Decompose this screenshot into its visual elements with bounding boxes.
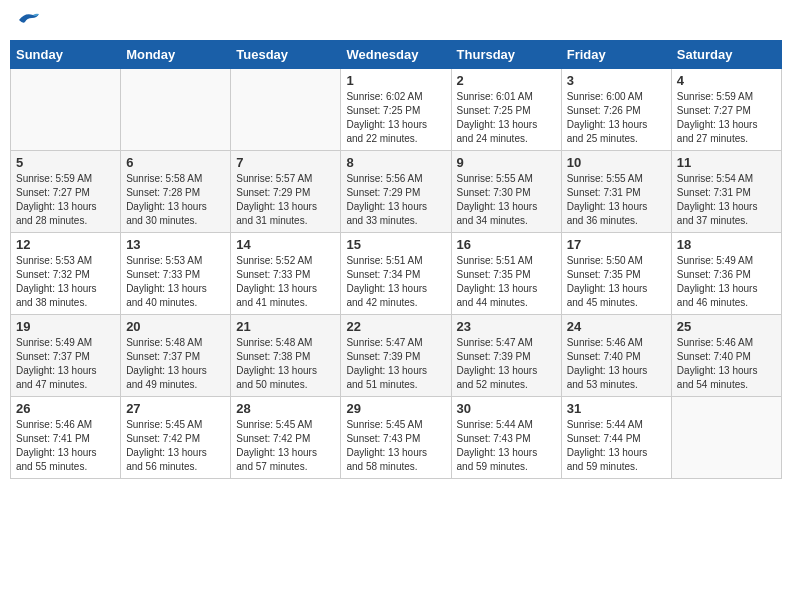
day-number: 18 [677,237,776,252]
calendar-cell: 7Sunrise: 5:57 AM Sunset: 7:29 PM Daylig… [231,151,341,233]
day-number: 16 [457,237,556,252]
day-info: Sunrise: 5:45 AM Sunset: 7:42 PM Dayligh… [236,418,335,474]
day-number: 9 [457,155,556,170]
weekday-header-monday: Monday [121,41,231,69]
day-number: 28 [236,401,335,416]
calendar-cell: 17Sunrise: 5:50 AM Sunset: 7:35 PM Dayli… [561,233,671,315]
calendar-cell: 23Sunrise: 5:47 AM Sunset: 7:39 PM Dayli… [451,315,561,397]
day-number: 2 [457,73,556,88]
day-number: 31 [567,401,666,416]
day-number: 1 [346,73,445,88]
day-info: Sunrise: 5:52 AM Sunset: 7:33 PM Dayligh… [236,254,335,310]
day-number: 3 [567,73,666,88]
calendar-table: SundayMondayTuesdayWednesdayThursdayFrid… [10,40,782,479]
day-info: Sunrise: 5:45 AM Sunset: 7:42 PM Dayligh… [126,418,225,474]
day-info: Sunrise: 5:49 AM Sunset: 7:36 PM Dayligh… [677,254,776,310]
calendar-cell: 24Sunrise: 5:46 AM Sunset: 7:40 PM Dayli… [561,315,671,397]
week-row-5: 26Sunrise: 5:46 AM Sunset: 7:41 PM Dayli… [11,397,782,479]
day-number: 24 [567,319,666,334]
day-info: Sunrise: 5:49 AM Sunset: 7:37 PM Dayligh… [16,336,115,392]
day-info: Sunrise: 5:51 AM Sunset: 7:34 PM Dayligh… [346,254,445,310]
calendar-cell: 2Sunrise: 6:01 AM Sunset: 7:25 PM Daylig… [451,69,561,151]
calendar-cell: 9Sunrise: 5:55 AM Sunset: 7:30 PM Daylig… [451,151,561,233]
logo [15,10,41,30]
calendar-cell: 5Sunrise: 5:59 AM Sunset: 7:27 PM Daylig… [11,151,121,233]
day-info: Sunrise: 5:47 AM Sunset: 7:39 PM Dayligh… [346,336,445,392]
day-number: 25 [677,319,776,334]
day-number: 19 [16,319,115,334]
day-info: Sunrise: 5:53 AM Sunset: 7:33 PM Dayligh… [126,254,225,310]
week-row-1: 1Sunrise: 6:02 AM Sunset: 7:25 PM Daylig… [11,69,782,151]
day-number: 7 [236,155,335,170]
day-number: 26 [16,401,115,416]
calendar-cell: 4Sunrise: 5:59 AM Sunset: 7:27 PM Daylig… [671,69,781,151]
day-number: 21 [236,319,335,334]
calendar-cell: 6Sunrise: 5:58 AM Sunset: 7:28 PM Daylig… [121,151,231,233]
day-number: 22 [346,319,445,334]
day-info: Sunrise: 5:57 AM Sunset: 7:29 PM Dayligh… [236,172,335,228]
day-number: 30 [457,401,556,416]
day-info: Sunrise: 5:54 AM Sunset: 7:31 PM Dayligh… [677,172,776,228]
calendar-cell: 3Sunrise: 6:00 AM Sunset: 7:26 PM Daylig… [561,69,671,151]
day-info: Sunrise: 5:51 AM Sunset: 7:35 PM Dayligh… [457,254,556,310]
day-number: 5 [16,155,115,170]
calendar-cell: 20Sunrise: 5:48 AM Sunset: 7:37 PM Dayli… [121,315,231,397]
day-number: 23 [457,319,556,334]
day-number: 11 [677,155,776,170]
calendar-cell: 16Sunrise: 5:51 AM Sunset: 7:35 PM Dayli… [451,233,561,315]
day-number: 27 [126,401,225,416]
day-info: Sunrise: 6:02 AM Sunset: 7:25 PM Dayligh… [346,90,445,146]
weekday-header-saturday: Saturday [671,41,781,69]
weekday-header-row: SundayMondayTuesdayWednesdayThursdayFrid… [11,41,782,69]
day-info: Sunrise: 5:59 AM Sunset: 7:27 PM Dayligh… [677,90,776,146]
logo-bird-icon [17,10,41,30]
week-row-4: 19Sunrise: 5:49 AM Sunset: 7:37 PM Dayli… [11,315,782,397]
week-row-3: 12Sunrise: 5:53 AM Sunset: 7:32 PM Dayli… [11,233,782,315]
day-info: Sunrise: 5:48 AM Sunset: 7:37 PM Dayligh… [126,336,225,392]
day-info: Sunrise: 5:46 AM Sunset: 7:41 PM Dayligh… [16,418,115,474]
calendar-cell: 14Sunrise: 5:52 AM Sunset: 7:33 PM Dayli… [231,233,341,315]
calendar-cell: 27Sunrise: 5:45 AM Sunset: 7:42 PM Dayli… [121,397,231,479]
calendar-cell: 10Sunrise: 5:55 AM Sunset: 7:31 PM Dayli… [561,151,671,233]
day-info: Sunrise: 5:55 AM Sunset: 7:30 PM Dayligh… [457,172,556,228]
calendar-cell: 28Sunrise: 5:45 AM Sunset: 7:42 PM Dayli… [231,397,341,479]
calendar-cell: 26Sunrise: 5:46 AM Sunset: 7:41 PM Dayli… [11,397,121,479]
calendar-cell: 8Sunrise: 5:56 AM Sunset: 7:29 PM Daylig… [341,151,451,233]
day-info: Sunrise: 5:55 AM Sunset: 7:31 PM Dayligh… [567,172,666,228]
week-row-2: 5Sunrise: 5:59 AM Sunset: 7:27 PM Daylig… [11,151,782,233]
day-info: Sunrise: 5:58 AM Sunset: 7:28 PM Dayligh… [126,172,225,228]
calendar-cell: 29Sunrise: 5:45 AM Sunset: 7:43 PM Dayli… [341,397,451,479]
calendar-cell: 11Sunrise: 5:54 AM Sunset: 7:31 PM Dayli… [671,151,781,233]
weekday-header-wednesday: Wednesday [341,41,451,69]
day-number: 15 [346,237,445,252]
day-info: Sunrise: 5:59 AM Sunset: 7:27 PM Dayligh… [16,172,115,228]
calendar-cell: 12Sunrise: 5:53 AM Sunset: 7:32 PM Dayli… [11,233,121,315]
day-number: 29 [346,401,445,416]
calendar-cell: 13Sunrise: 5:53 AM Sunset: 7:33 PM Dayli… [121,233,231,315]
day-number: 17 [567,237,666,252]
day-number: 8 [346,155,445,170]
day-number: 14 [236,237,335,252]
calendar-cell [671,397,781,479]
calendar-cell [231,69,341,151]
calendar-cell: 25Sunrise: 5:46 AM Sunset: 7:40 PM Dayli… [671,315,781,397]
day-info: Sunrise: 5:53 AM Sunset: 7:32 PM Dayligh… [16,254,115,310]
day-info: Sunrise: 6:00 AM Sunset: 7:26 PM Dayligh… [567,90,666,146]
weekday-header-tuesday: Tuesday [231,41,341,69]
calendar-cell: 1Sunrise: 6:02 AM Sunset: 7:25 PM Daylig… [341,69,451,151]
day-info: Sunrise: 5:48 AM Sunset: 7:38 PM Dayligh… [236,336,335,392]
day-number: 4 [677,73,776,88]
day-info: Sunrise: 5:56 AM Sunset: 7:29 PM Dayligh… [346,172,445,228]
day-info: Sunrise: 5:46 AM Sunset: 7:40 PM Dayligh… [677,336,776,392]
weekday-header-friday: Friday [561,41,671,69]
day-info: Sunrise: 5:44 AM Sunset: 7:43 PM Dayligh… [457,418,556,474]
calendar-cell: 15Sunrise: 5:51 AM Sunset: 7:34 PM Dayli… [341,233,451,315]
weekday-header-sunday: Sunday [11,41,121,69]
calendar-cell [11,69,121,151]
day-info: Sunrise: 5:45 AM Sunset: 7:43 PM Dayligh… [346,418,445,474]
day-info: Sunrise: 5:44 AM Sunset: 7:44 PM Dayligh… [567,418,666,474]
calendar-cell: 21Sunrise: 5:48 AM Sunset: 7:38 PM Dayli… [231,315,341,397]
day-info: Sunrise: 6:01 AM Sunset: 7:25 PM Dayligh… [457,90,556,146]
day-number: 12 [16,237,115,252]
weekday-header-thursday: Thursday [451,41,561,69]
